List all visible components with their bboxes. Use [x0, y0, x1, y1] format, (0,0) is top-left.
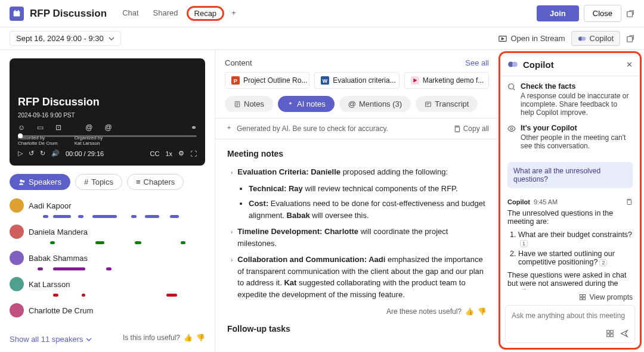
- copilot-title: Copilot: [523, 60, 554, 70]
- tab-recap[interactable]: Recap: [187, 6, 225, 21]
- speaker-timeline[interactable]: [29, 267, 205, 271]
- speaker-timeline[interactable]: [29, 294, 205, 297]
- copilot-icon: [578, 35, 586, 43]
- play-button[interactable]: ▷: [18, 149, 23, 157]
- copy-all-button[interactable]: Copy all: [453, 124, 489, 133]
- response-author: Copilot: [507, 198, 530, 205]
- video-title: RFP Discussion: [18, 96, 197, 108]
- svg-rect-30: [611, 334, 613, 337]
- svg-rect-16: [426, 102, 431, 107]
- facts-title: Check the facts: [521, 82, 633, 91]
- video-player[interactable]: RFP Discussion 2024-09-16 9:00 PST ☺ ▭ ⊡…: [10, 58, 205, 166]
- people-icon[interactable]: ⚭: [191, 123, 197, 132]
- note-item: › Collaboration and Communication: Aadi …: [227, 254, 487, 300]
- show-all-speakers[interactable]: Show all 11 speakers: [10, 335, 92, 344]
- pin-icon[interactable]: ⊡: [55, 123, 61, 132]
- reference-badge[interactable]: 2: [599, 259, 607, 266]
- svg-rect-2: [18, 10, 19, 11]
- cc-button[interactable]: CC: [150, 150, 159, 157]
- speaker-row[interactable]: Kat Larsson: [10, 277, 205, 297]
- open-in-stream-button[interactable]: Open in Stream: [499, 34, 565, 43]
- middle-panel: Content See all PProject Outline Ro...WE…: [215, 50, 499, 352]
- speaker-row[interactable]: Daniela Mandera: [10, 225, 205, 245]
- response-item: What are their budget constraints?1: [518, 230, 633, 247]
- speaker-row[interactable]: Charlotte De Crum: [10, 303, 205, 323]
- settings-icon[interactable]: ⚙: [178, 149, 184, 157]
- list-icon: ≡: [136, 177, 141, 186]
- page-title: RFP Discussion: [30, 8, 107, 20]
- speaker-timeline[interactable]: [29, 215, 205, 219]
- svg-rect-22: [627, 200, 631, 205]
- at-icon: @: [348, 99, 356, 108]
- mention-icon[interactable]: @: [104, 123, 112, 132]
- avatar: [10, 198, 24, 213]
- ai-notes-tab[interactable]: AI notes: [278, 96, 335, 112]
- join-button[interactable]: Join: [537, 5, 579, 21]
- file-chip[interactable]: Marketing demo f...: [404, 72, 489, 89]
- svg-rect-0: [14, 11, 20, 16]
- date-selector[interactable]: Sept 16, 2024 9:00 - 9:30: [10, 31, 121, 46]
- content-files: PProject Outline Ro...WEvaluation criter…: [215, 72, 499, 96]
- note-subitem: Technical: Ray will review technical com…: [249, 183, 487, 195]
- see-all-link[interactable]: See all: [465, 58, 489, 67]
- progress-bar[interactable]: [18, 135, 197, 137]
- chevron-right-icon[interactable]: ›: [231, 256, 233, 300]
- header-tabs: Chat Shared Recap +: [116, 6, 241, 21]
- copilot-input[interactable]: [506, 306, 634, 326]
- thumbs-up-icon[interactable]: 👍: [184, 334, 193, 342]
- fullscreen-icon[interactable]: ⛶: [190, 150, 197, 157]
- popout-icon[interactable]: [626, 34, 634, 43]
- response-time: 9:45 AM: [534, 198, 558, 205]
- response-item: Have we started outlining our competitiv…: [518, 250, 633, 266]
- playback-rate[interactable]: 1x: [165, 150, 172, 157]
- svg-rect-24: [583, 295, 585, 297]
- thumbs-down-icon[interactable]: 👎: [196, 334, 205, 342]
- svg-text:W: W: [323, 78, 328, 84]
- send-icon[interactable]: [620, 328, 628, 338]
- speaker-timeline[interactable]: [29, 241, 205, 245]
- mention-icon[interactable]: @: [85, 123, 92, 132]
- close-button[interactable]: Close: [584, 5, 621, 22]
- meeting-notes-heading: Meeting notes: [227, 148, 487, 160]
- reaction-icon[interactable]: ☺: [18, 123, 25, 132]
- view-prompts-button[interactable]: View prompts: [500, 289, 640, 305]
- hash-icon: #: [84, 177, 88, 186]
- avatar: [10, 277, 24, 291]
- header: RFP Discussion Chat Shared Recap + Join …: [0, 0, 644, 27]
- video-icon[interactable]: ▭: [37, 123, 44, 132]
- chevron-right-icon[interactable]: ›: [231, 228, 233, 249]
- copy-icon[interactable]: [626, 198, 633, 205]
- copilot-toggle-button[interactable]: Copilot: [571, 31, 620, 46]
- add-tab-button[interactable]: +: [227, 6, 241, 21]
- tab-shared[interactable]: Shared: [147, 6, 184, 21]
- rewind-button[interactable]: ↺: [29, 149, 34, 157]
- volume-button[interactable]: 🔊: [51, 149, 60, 157]
- chevron-right-icon[interactable]: ›: [231, 168, 233, 178]
- svg-text:P: P: [234, 78, 237, 84]
- notes-body: Meeting notes › Evaluation Criteria: Dan…: [215, 139, 499, 352]
- mentions-tab[interactable]: @ Mentions (3): [339, 96, 411, 112]
- avatar: [10, 225, 24, 239]
- notes-tab[interactable]: Notes: [225, 96, 273, 112]
- close-icon[interactable]: ✕: [626, 60, 633, 69]
- file-chip[interactable]: WEvaluation criteria...: [314, 72, 399, 89]
- apps-icon[interactable]: [606, 328, 614, 338]
- reference-badge[interactable]: 1: [520, 240, 528, 247]
- yours-text: Other people in the meeting can't see th…: [521, 133, 633, 150]
- topics-tab[interactable]: # Topics: [75, 174, 122, 190]
- chapters-tab[interactable]: ≡ Chapters: [127, 174, 184, 190]
- tab-chat[interactable]: Chat: [116, 6, 144, 21]
- file-chip[interactable]: PProject Outline Ro...: [225, 72, 309, 89]
- svg-point-8: [20, 179, 23, 182]
- note-item: › Evaluation Criteria: Danielle proposed…: [227, 166, 487, 178]
- speaker-row[interactable]: Aadi Kapoor: [10, 198, 205, 219]
- popout-icon[interactable]: [626, 9, 634, 18]
- speaker-row[interactable]: Babak Shammas: [10, 251, 205, 271]
- file-name: Marketing demo f...: [423, 76, 484, 85]
- speakers-tab[interactable]: Speakers: [10, 174, 70, 190]
- speaker-timeline[interactable]: [29, 320, 205, 323]
- forward-button[interactable]: ↻: [40, 149, 45, 157]
- transcript-tab[interactable]: Transcript: [416, 96, 478, 112]
- thumbs-down-icon[interactable]: 👎: [478, 306, 487, 317]
- thumbs-up-icon[interactable]: 👍: [465, 306, 474, 317]
